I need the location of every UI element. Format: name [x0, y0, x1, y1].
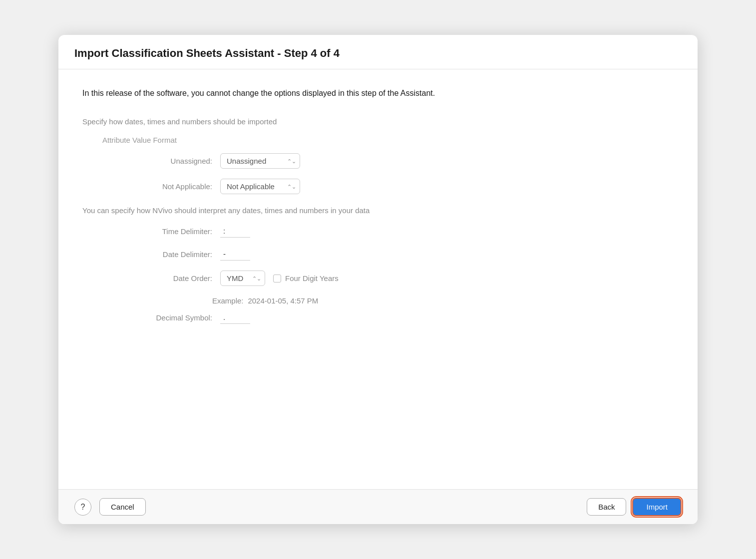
- import-button[interactable]: Import: [632, 498, 682, 516]
- unassigned-row: Unassigned: Unassigned Blank N/A: [122, 153, 674, 169]
- time-delimiter-row: Time Delimiter:: [122, 225, 674, 238]
- not-applicable-select-wrapper: Not Applicable N/A Blank: [220, 179, 300, 194]
- example-value: 2024-01-05, 4:57 PM: [248, 296, 318, 305]
- dialog: Import Classification Sheets Assistant -…: [58, 35, 698, 524]
- example-row: Example: 2024-01-05, 4:57 PM: [212, 296, 674, 305]
- four-digit-years-text: Four Digit Years: [285, 274, 339, 282]
- help-button[interactable]: ?: [74, 499, 91, 516]
- unassigned-label: Unassigned:: [122, 157, 212, 165]
- sub-section-label: Attribute Value Format: [102, 136, 674, 144]
- section1-label: Specify how dates, times and numbers sho…: [82, 117, 674, 126]
- dialog-header: Import Classification Sheets Assistant -…: [58, 35, 698, 69]
- dialog-footer: ? Cancel Back Import: [58, 489, 698, 524]
- not-applicable-label: Not Applicable:: [122, 182, 212, 191]
- decimal-symbol-input[interactable]: [220, 311, 250, 324]
- date-delimiter-row: Date Delimiter:: [122, 248, 674, 261]
- footer-right: Back Import: [587, 498, 682, 516]
- unassigned-select[interactable]: Unassigned Blank N/A: [220, 153, 300, 169]
- decimal-symbol-label: Decimal Symbol:: [122, 313, 212, 322]
- not-applicable-row: Not Applicable: Not Applicable N/A Blank: [122, 179, 674, 194]
- cancel-button[interactable]: Cancel: [99, 498, 146, 516]
- section2-label: You can specify how NVivo should interpr…: [82, 206, 674, 215]
- four-digit-years-checkbox[interactable]: [273, 275, 281, 282]
- date-order-select[interactable]: YMD DMY MDY: [220, 271, 265, 286]
- date-delimiter-label: Date Delimiter:: [122, 250, 212, 259]
- notice-text: In this release of the software, you can…: [82, 87, 674, 99]
- time-delimiter-input[interactable]: [220, 225, 250, 238]
- example-label: Example:: [212, 296, 244, 305]
- unassigned-select-wrapper: Unassigned Blank N/A: [220, 153, 300, 169]
- time-delimiter-label: Time Delimiter:: [122, 227, 212, 236]
- dialog-body: In this release of the software, you can…: [58, 69, 698, 489]
- date-order-select-wrapper: YMD DMY MDY: [220, 271, 265, 286]
- date-delimiter-input[interactable]: [220, 248, 250, 261]
- dialog-title: Import Classification Sheets Assistant -…: [74, 47, 682, 60]
- date-order-row: Date Order: YMD DMY MDY Four Digit Years: [122, 271, 674, 286]
- date-order-label: Date Order:: [122, 274, 212, 282]
- decimal-symbol-row: Decimal Symbol:: [122, 311, 674, 324]
- back-button[interactable]: Back: [587, 498, 626, 516]
- footer-left: ? Cancel: [74, 498, 146, 516]
- date-order-group: YMD DMY MDY Four Digit Years: [220, 271, 339, 286]
- four-digit-years-label[interactable]: Four Digit Years: [273, 274, 339, 282]
- not-applicable-select[interactable]: Not Applicable N/A Blank: [220, 179, 300, 194]
